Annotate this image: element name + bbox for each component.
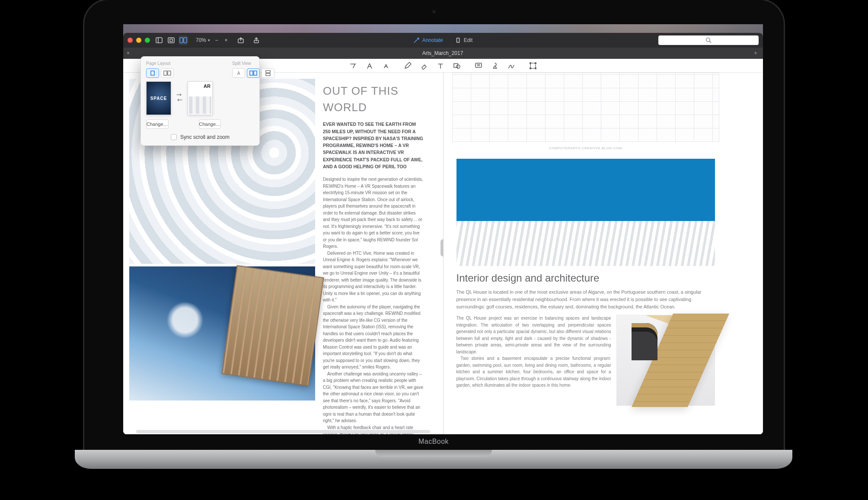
webcam-dot [432,10,436,14]
staircase-image [616,315,715,406]
article-title: OUT OF THIS WORLD [323,83,423,115]
svg-rect-2 [170,39,172,42]
thumb-right-label: AR [204,83,211,89]
change-right-doc-button[interactable]: Change… [199,119,221,129]
page-layout-label: Page Layout [146,61,221,66]
thumb-left-label: SPACE [150,96,167,101]
sync-checkbox[interactable] [171,134,177,140]
font-small-icon[interactable] [382,61,390,70]
search-field[interactable] [658,35,759,45]
svg-rect-21 [266,71,270,73]
svg-rect-16 [151,71,154,75]
shape-tool-icon[interactable] [453,61,461,70]
svg-point-14 [530,67,531,69]
single-page-button[interactable] [146,68,159,78]
split-view-label: Split View [232,61,274,66]
export-button[interactable] [236,35,246,45]
device-brand: MacBook [418,438,449,446]
building-elevation-drawing [452,73,719,142]
article-body-4: Another challenge was avoiding uncanny v… [323,371,423,424]
svg-point-15 [535,67,536,69]
font-large-icon[interactable] [365,61,374,70]
svg-rect-19 [250,71,253,75]
device-base [75,450,792,469]
architecture-hero-image [456,159,715,266]
svg-rect-4 [184,38,187,43]
zoom-value: 70% [196,37,206,43]
layout-popover: Page Layout SP [140,56,260,146]
svg-rect-10 [475,63,482,67]
article-body-1: Designed to inspire the next generation … [323,176,423,250]
left-horizontal-scrollbar[interactable] [136,430,430,433]
svg-rect-17 [164,71,167,75]
edit-mode-button[interactable]: Edit [455,37,473,43]
swap-documents-button[interactable] [176,92,183,104]
tab-title[interactable]: Arts_March_2017 [134,50,752,56]
tab-close-button[interactable]: × [127,50,134,56]
window-controls [128,38,150,43]
space-station-image [129,266,315,401]
zoom-out-button[interactable]: − [212,35,221,45]
left-doc-thumbnail[interactable]: SPACE [146,81,171,115]
right-document-page: COMPUTERARTS.CREATIVE.BLOG.COM Interior … [452,73,719,406]
share-button[interactable] [252,35,261,45]
annotate-mode-button[interactable]: Annotate [414,37,443,43]
svg-point-12 [530,62,531,64]
fullscreen-window-button[interactable] [145,38,150,43]
zoom-control[interactable]: 70% ▾ [196,37,210,43]
two-page-button[interactable] [161,68,174,78]
tab-add-button[interactable]: + [752,50,760,56]
split-mode-horizontal-button[interactable] [247,68,260,78]
close-window-button[interactable] [128,38,133,43]
zoom-in-button[interactable]: + [221,35,231,45]
article-lead: EVER WANTED TO SEE THE EARTH FROM 250 MI… [323,121,423,170]
right-heading: Interior design and architecture [456,272,715,284]
change-left-doc-button[interactable]: Change… [146,119,169,129]
selection-icon[interactable] [529,61,537,70]
text-style-icon[interactable] [349,61,357,70]
page-layout-section: Page Layout SP [146,61,221,129]
text-tool-icon[interactable] [436,61,445,70]
article-body-2: Delivered on HTC Vive, Home was created … [323,250,423,304]
split-mode-a-button[interactable]: A [232,68,245,78]
svg-point-9 [456,65,460,68]
svg-point-13 [535,62,536,64]
right-paragraph-2: The QL House project was an exercise in … [456,315,611,355]
stamp-icon[interactable] [491,61,499,70]
sidebar-toggle-button[interactable] [154,35,164,45]
svg-rect-1 [168,38,174,43]
page-layout-button[interactable] [166,35,176,45]
app-window: 70% ▾ − + Annotate Edit [123,33,763,434]
svg-rect-20 [254,71,257,75]
chevron-down-icon: ▾ [208,38,210,42]
svg-rect-0 [156,38,162,43]
svg-rect-11 [530,63,536,68]
eraser-icon[interactable] [420,61,428,70]
signature-icon[interactable] [507,61,516,70]
sync-label: Sync scroll and zoom [180,134,230,140]
svg-rect-22 [266,74,270,76]
right-paragraph-1: The QL House is located in one of the mo… [456,288,715,311]
right-paragraph-3: Two stories and a basement encapsulate a… [456,355,611,389]
note-icon[interactable] [474,61,483,70]
minimize-window-button[interactable] [136,38,141,43]
search-icon [705,37,712,43]
right-pane[interactable]: COMPUTERARTS.CREATIVE.BLOG.COM Interior … [444,73,763,434]
annotate-label: Annotate [422,37,443,43]
elevation-caption: COMPUTERARTS.CREATIVE.BLOG.COM [452,144,719,154]
right-doc-thumbnail[interactable]: AR [188,81,213,115]
pencil-icon[interactable] [403,61,412,70]
svg-rect-18 [168,71,171,75]
split-view-button[interactable] [179,35,188,45]
titlebar: 70% ▾ − + Annotate Edit [123,33,763,48]
article-body-3: Given the autonomy of the player, naviga… [323,304,423,371]
svg-rect-3 [180,38,183,43]
split-mode-vertical-button[interactable] [262,68,274,78]
edit-label: Edit [464,37,473,43]
split-view-section: Split View A [232,61,274,129]
